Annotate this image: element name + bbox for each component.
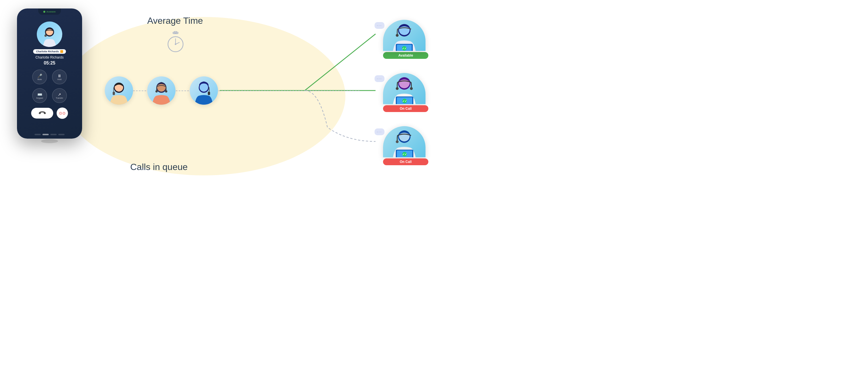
nav-dot-1 xyxy=(35,134,41,135)
controls-row-1: 🎤 Mute ⏸ Hold xyxy=(32,70,67,84)
end-call-button[interactable]: 📞 xyxy=(31,108,53,119)
keypad-button[interactable]: ⌨️ Keypad xyxy=(32,88,47,103)
caller-3-avatar xyxy=(192,80,215,105)
svg-point-21 xyxy=(396,34,399,37)
controls-row-2: ⌨️ Keypad ↗ Transfer xyxy=(32,88,67,103)
caller-2-avatar xyxy=(150,80,173,105)
status-indicator-dot xyxy=(43,11,45,13)
stopwatch-icon xyxy=(164,31,187,54)
voicemail-button[interactable]: ⊙⊙ xyxy=(57,107,68,119)
svg-rect-11 xyxy=(113,92,115,95)
main-content-area: Average Time xyxy=(91,0,434,193)
voicemail-icon: ⊙⊙ xyxy=(59,111,66,116)
mute-label: Mute xyxy=(37,78,42,80)
caller-1-avatar xyxy=(107,80,130,105)
svg-point-17 xyxy=(199,83,208,92)
badge-name: Charlotte Richards xyxy=(36,50,59,53)
svg-point-2 xyxy=(44,34,47,37)
caller-name-badge: Charlotte Richards xyxy=(33,49,66,54)
queue-callers-row xyxy=(105,76,218,105)
badge-indicator xyxy=(60,50,63,53)
nav-dot-3 xyxy=(51,134,57,135)
agent-2-illustration: ✓✓ xyxy=(387,74,421,104)
agent-card-2: ··· ✓✓ On xyxy=(383,73,428,112)
transfer-icon: ↗ xyxy=(58,93,61,96)
svg-rect-18 xyxy=(208,92,210,95)
phone-device: Available Charlotte Richards xyxy=(17,8,82,139)
status-label: Available xyxy=(46,10,56,13)
end-call-phone-icon: 📞 xyxy=(38,109,46,118)
caller-avatar-illustration xyxy=(40,26,59,47)
transfer-label: Transfer xyxy=(56,97,63,99)
agent-2-chat-bubble: ··· xyxy=(375,75,384,82)
agent-1-illustration: ✓✓ xyxy=(387,21,421,51)
phone-notch: Available xyxy=(38,8,61,15)
agent-3-illustration: ✓✓ xyxy=(387,128,421,157)
nav-dot-4 xyxy=(58,134,65,135)
nav-dot-2 xyxy=(42,134,49,135)
svg-point-29 xyxy=(410,87,413,90)
agent-2-status-badge: On Call xyxy=(383,105,428,112)
agent-card-1: ··· ✓✓ xyxy=(383,20,428,59)
svg-point-8 xyxy=(175,43,176,45)
average-time-label: Average Time xyxy=(147,15,203,26)
svg-point-36 xyxy=(396,140,399,143)
svg-text:✓✓: ✓✓ xyxy=(402,153,407,156)
mute-icon: 🎤 xyxy=(37,74,42,78)
call-duration-timer: 05:25 xyxy=(44,61,56,66)
agent-2-avatar: ✓✓ xyxy=(383,73,426,104)
hold-button[interactable]: ⏸ Hold xyxy=(52,70,67,84)
agent-3-avatar: ✓✓ xyxy=(383,126,426,157)
svg-point-28 xyxy=(396,87,399,90)
queue-caller-3 xyxy=(190,76,218,105)
queue-caller-1 xyxy=(105,76,133,105)
agent-card-3: ··· ✓✓ On Call xyxy=(383,126,428,165)
phone-device-wrapper: Available Charlotte Richards xyxy=(17,8,82,143)
svg-text:✓✓: ✓✓ xyxy=(402,47,407,50)
caller-avatar xyxy=(37,22,62,47)
caller-display-name: Charlotte Richards xyxy=(35,56,63,59)
end-call-row: 📞 ⊙⊙ xyxy=(31,107,68,119)
calls-in-queue-label: Calls in queue xyxy=(130,162,188,172)
svg-point-15 xyxy=(165,90,167,93)
svg-text:✓✓: ✓✓ xyxy=(402,100,407,103)
agent-1-chat-bubble: ··· xyxy=(375,22,384,29)
transfer-button[interactable]: ↗ Transfer xyxy=(52,88,67,103)
queue-caller-2 xyxy=(147,76,176,105)
mute-button[interactable]: 🎤 Mute xyxy=(32,70,47,84)
hold-label: Hold xyxy=(58,78,61,80)
svg-point-14 xyxy=(155,90,158,93)
phone-bottom-nav xyxy=(35,134,65,135)
phone-stand xyxy=(41,139,58,143)
agent-1-status-badge: Available xyxy=(383,52,428,59)
keypad-label: Keypad xyxy=(36,97,43,99)
keypad-icon: ⌨️ xyxy=(37,93,42,96)
agent-1-avatar: ✓✓ xyxy=(383,20,426,51)
agent-3-status-badge: On Call xyxy=(383,158,428,165)
hold-icon: ⏸ xyxy=(58,74,61,78)
agents-panel: ··· ✓✓ xyxy=(383,20,428,165)
agent-3-chat-bubble: ··· xyxy=(375,128,384,135)
